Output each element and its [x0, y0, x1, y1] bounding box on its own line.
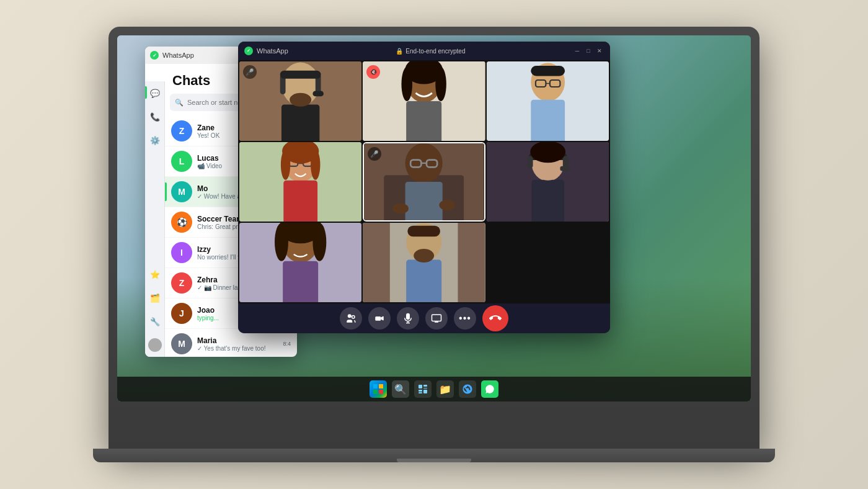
video-toggle-button[interactable] — [368, 307, 391, 330]
end-call-button[interactable] — [482, 305, 508, 331]
video-person-3 — [487, 61, 609, 141]
sidebar-avatar[interactable] — [148, 338, 162, 352]
svg-rect-24 — [531, 66, 565, 76]
taskbar-whatsapp-button[interactable] — [481, 380, 498, 398]
encryption-label: 🔒 End-to-end encrypted — [396, 48, 465, 55]
video-cell-empty — [487, 223, 609, 302]
svg-rect-19 — [531, 100, 565, 141]
svg-rect-87 — [423, 388, 427, 388]
call-controls: ••• — [238, 303, 610, 333]
video-cell-6 — [487, 142, 609, 222]
video-cell-3 — [487, 61, 609, 141]
svg-rect-2 — [281, 104, 319, 141]
taskbar-edge-button[interactable] — [459, 380, 476, 398]
svg-rect-84 — [379, 390, 383, 394]
svg-point-39 — [409, 153, 438, 177]
sidebar-icon-calls[interactable]: 📞 — [148, 110, 162, 123]
svg-rect-89 — [418, 392, 422, 393]
svg-rect-80 — [432, 315, 441, 321]
svg-rect-74 — [408, 226, 441, 237]
svg-point-16 — [436, 67, 447, 101]
svg-rect-68 — [363, 223, 390, 302]
video-person-6 — [487, 142, 609, 222]
video-cell-7 — [239, 223, 361, 302]
svg-rect-82 — [379, 384, 383, 388]
svg-point-20 — [534, 74, 560, 94]
chat-time-maria: 8:4 — [283, 341, 291, 347]
svg-rect-77 — [375, 316, 381, 321]
svg-point-76 — [352, 316, 355, 319]
call-minimize-button[interactable]: ─ — [573, 47, 582, 55]
video-person-5 — [364, 143, 484, 220]
laptop-screen-bezel: ✓ WhatsApp ─ □ ✕ 💬 📞 ⚙️ — [108, 27, 760, 449]
avatar-mo: M — [171, 181, 192, 202]
svg-rect-51 — [527, 156, 533, 168]
taskbar-windows-button[interactable] — [370, 380, 387, 398]
svg-point-35 — [311, 150, 320, 179]
active-indicator — [145, 86, 147, 99]
video-cell-2: 🔇 — [363, 61, 485, 141]
chat-preview-maria: ✓ Yes that's my fave too! — [197, 345, 278, 352]
svg-point-75 — [348, 314, 352, 318]
avatar-maria: M — [171, 333, 192, 354]
laptop: ✓ WhatsApp ─ □ ✕ 💬 📞 ⚙️ — [108, 27, 760, 462]
taskbar-widgets-button[interactable] — [414, 380, 432, 398]
svg-point-44 — [393, 203, 409, 213]
call-maximize-button[interactable]: □ — [584, 47, 593, 55]
sidebar-icon-archived[interactable]: 🗂️ — [148, 291, 162, 305]
whatsapp-logo-small: ✓ — [150, 51, 159, 60]
svg-point-55 — [539, 169, 556, 181]
svg-point-15 — [402, 67, 413, 101]
screen-share-button[interactable] — [425, 307, 448, 330]
chat-name-maria: Maria — [197, 336, 278, 345]
video-cell-1: 🎤 — [239, 61, 361, 141]
svg-rect-90 — [423, 390, 427, 393]
svg-point-73 — [414, 249, 435, 262]
call-window[interactable]: ✓ WhatsApp 🔒 End-to-end encrypted ─ □ ✕ — [238, 42, 610, 333]
call-wa-logo: ✓ — [244, 47, 253, 55]
svg-rect-28 — [283, 181, 317, 222]
participants-button[interactable] — [340, 307, 362, 330]
avatar-soccer: ⚽ — [171, 212, 192, 233]
svg-rect-43 — [405, 182, 443, 220]
taskbar-search-button[interactable]: 🔍 — [392, 380, 409, 398]
sidebar-icon-starred[interactable]: ⭐ — [148, 267, 162, 281]
svg-rect-53 — [560, 166, 569, 171]
video-cell-5: 🎤 — [363, 142, 485, 222]
laptop-base — [93, 449, 775, 462]
video-cell-4 — [239, 142, 361, 222]
svg-rect-81 — [373, 384, 378, 388]
svg-point-45 — [440, 200, 456, 210]
video-person-2 — [363, 61, 485, 141]
taskbar-file-explorer-button[interactable]: 📁 — [436, 380, 454, 398]
sidebar-icon-settings[interactable]: ⚙️ — [148, 133, 162, 147]
mic-indicator-1: 🎤 — [243, 65, 257, 79]
left-sidebar: 💬 📞 ⚙️ ⭐ 🗂️ 🔧 — [145, 81, 165, 357]
laptop-screen: ✓ WhatsApp ─ □ ✕ 💬 📞 ⚙️ — [117, 35, 751, 402]
search-icon: 🔍 — [175, 99, 184, 107]
mute-button[interactable] — [397, 307, 419, 330]
video-person-7 — [239, 223, 361, 302]
chat-info-maria: Maria ✓ Yes that's my fave too! — [197, 336, 278, 352]
chat-meta-maria: 8:4 — [283, 341, 291, 347]
svg-rect-85 — [418, 385, 422, 388]
avatar-joao: J — [171, 303, 192, 324]
sidebar-icon-community[interactable]: 🔧 — [148, 315, 162, 328]
video-person-8 — [363, 223, 485, 302]
chats-title: Chats — [172, 73, 210, 89]
call-close-button[interactable]: ✕ — [595, 47, 604, 55]
svg-rect-6 — [280, 71, 321, 79]
more-options-button[interactable]: ••• — [454, 307, 476, 330]
call-window-controls: ─ □ ✕ — [573, 47, 604, 55]
svg-rect-86 — [423, 385, 427, 387]
taskbar: 🔍 📁 — [117, 377, 751, 402]
svg-rect-69 — [458, 223, 485, 302]
call-title-bar: ✓ WhatsApp 🔒 End-to-end encrypted ─ □ ✕ — [238, 42, 610, 60]
svg-rect-83 — [373, 390, 378, 394]
lock-icon: 🔒 — [396, 48, 403, 55]
svg-rect-71 — [406, 260, 441, 302]
avatar-lucas: L — [171, 151, 192, 172]
svg-point-8 — [290, 93, 311, 107]
svg-rect-12 — [406, 101, 441, 141]
sidebar-icon-chats[interactable]: 💬 — [148, 86, 162, 100]
